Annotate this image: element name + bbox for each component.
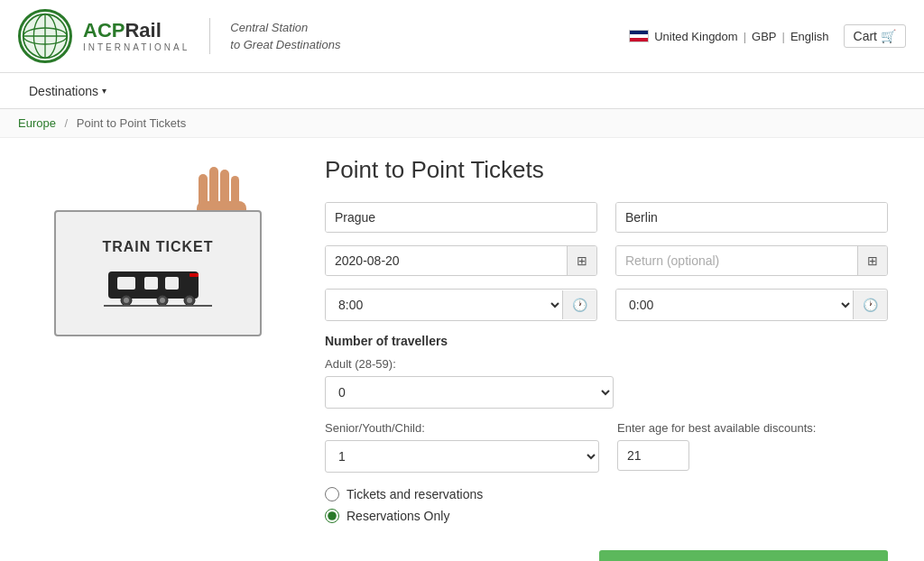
reservations-only-label: Reservations Only [346,509,449,523]
logo-divider [209,18,210,54]
separator2: | [782,30,785,43]
depart-time-select[interactable]: 8:00 9:00 10:00 [326,290,562,320]
currency-label: GBP [752,30,776,43]
logo-acp: ACP [83,19,125,41]
depart-clock-icon: 🕐 [572,298,587,312]
separator1: | [744,30,746,43]
senior-col: Senior/Youth/Child: 0 1 2 3 4 5 [325,421,599,473]
breadcrumb: Europe / Point to Point Tickets [0,109,924,138]
senior-age-row: Senior/Youth/Child: 0 1 2 3 4 5 Enter ag… [325,421,888,473]
from-input-wrapper [325,202,597,233]
breadcrumb-europe[interactable]: Europe [18,116,56,130]
depart-time-btn[interactable]: 🕐 [562,290,596,319]
tickets-reservations-radio-item[interactable]: Tickets and reservations [325,487,888,501]
form-area: Point to Point Tickets ⊞ [307,156,906,561]
header: ACPRail International Central Station to… [0,0,924,73]
return-date-wrapper: ⊞ [615,245,888,276]
destinations-chevron-icon: ▾ [102,86,106,96]
depart-time-group: 8:00 9:00 10:00 🕐 [325,289,597,321]
time-row: 8:00 9:00 10:00 🕐 0:00 8:00 � [325,289,888,321]
logo-rail: Rail [125,19,161,41]
return-calendar-icon: ⊞ [867,253,878,268]
ticket-type-group: Tickets and reservations Reservations On… [325,487,888,523]
from-group [325,202,597,233]
calendar-icon: ⊞ [577,253,587,268]
return-time-select[interactable]: 0:00 8:00 [616,290,853,320]
breadcrumb-current: Point to Point Tickets [77,116,186,130]
return-clock-icon: 🕐 [863,298,878,312]
destinations-nav-item[interactable]: Destinations ▾ [18,73,117,108]
language-label: English [790,30,829,43]
cart-icon: 🛒 [881,29,896,43]
navbar: Destinations ▾ [0,73,924,109]
return-time-wrapper: 0:00 8:00 🕐 [615,289,888,321]
country-label: United Kingdom [654,30,738,43]
senior-select[interactable]: 0 1 2 3 4 5 [325,440,599,473]
return-time-btn[interactable]: 🕐 [853,290,887,319]
cart-label: Cart [854,29,877,43]
ticket-card: TRAIN TICKET [54,210,262,336]
depart-date-group: ⊞ [325,245,597,276]
svg-point-14 [187,298,192,303]
return-time-group: 0:00 8:00 🕐 [615,289,888,321]
check-btn-wrapper: Check prices and availabilities [325,541,888,561]
page-title: Point to Point Tickets [325,156,888,184]
age-col: Enter age for best available discounts: [617,421,888,471]
main-content: TRAIN TICKET [0,138,924,561]
reservations-only-radio[interactable] [325,509,339,523]
reservations-only-radio-item[interactable]: Reservations Only [325,509,888,523]
cart-button[interactable]: Cart 🛒 [844,24,906,48]
adult-label: Adult (28-59): [325,357,888,371]
return-calendar-btn[interactable]: ⊞ [857,246,887,275]
tickets-reservations-label: Tickets and reservations [346,487,483,501]
to-input[interactable] [616,203,887,232]
ticket-image-wrapper: TRAIN TICKET [36,165,289,345]
svg-point-10 [124,298,129,303]
locale-area[interactable]: United Kingdom | GBP | English [629,30,828,43]
return-date-group: ⊞ [615,245,888,276]
svg-rect-7 [144,277,158,290]
logo-tagline: Central Station to Great Destinations [230,19,340,54]
logo-international: International [83,42,189,52]
logo-text: ACPRail International [83,20,189,51]
svg-rect-6 [117,277,135,290]
ticket-card-label: TRAIN TICKET [102,239,213,255]
check-prices-button[interactable]: Check prices and availabilities [599,550,888,561]
breadcrumb-separator: / [65,116,69,130]
from-input[interactable] [326,203,596,232]
age-input[interactable] [617,440,689,471]
senior-label: Senior/Youth/Child: [325,421,599,435]
return-date-input[interactable] [616,246,857,275]
travellers-section-title: Number of travellers [325,334,888,348]
depart-calendar-btn[interactable]: ⊞ [567,246,596,275]
depart-date-wrapper: ⊞ [325,245,597,276]
origin-destination-row [325,202,888,233]
tickets-reservations-radio[interactable] [325,487,339,501]
date-row: ⊞ ⊞ [325,245,888,276]
logo-icon [18,9,72,63]
header-right: United Kingdom | GBP | English Cart 🛒 [629,24,906,48]
to-input-wrapper [615,202,888,233]
destinations-label: Destinations [29,84,98,98]
adult-select[interactable]: 0 1 2 3 4 5 [325,376,614,409]
to-group [615,202,888,233]
svg-rect-16 [189,273,199,277]
svg-rect-8 [165,277,179,290]
depart-date-input[interactable] [326,246,567,275]
uk-flag-icon [629,30,649,42]
depart-time-wrapper: 8:00 9:00 10:00 🕐 [325,289,597,321]
logo-area: ACPRail International Central Station to… [18,9,340,63]
adult-row: Adult (28-59): 0 1 2 3 4 5 [325,357,888,409]
age-label: Enter age for best available discounts: [617,421,888,435]
train-icon [104,262,212,308]
svg-point-12 [160,298,165,303]
hero-image-area: TRAIN TICKET [18,156,307,561]
